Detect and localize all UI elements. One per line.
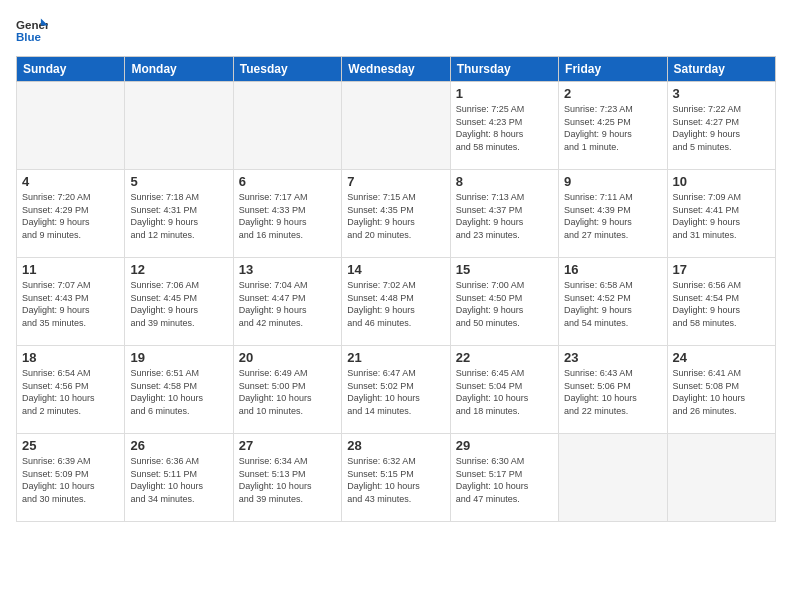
calendar-cell: 2Sunrise: 7:23 AM Sunset: 4:25 PM Daylig… bbox=[559, 82, 667, 170]
day-info: Sunrise: 7:22 AM Sunset: 4:27 PM Dayligh… bbox=[673, 103, 770, 153]
day-info: Sunrise: 6:43 AM Sunset: 5:06 PM Dayligh… bbox=[564, 367, 661, 417]
day-info: Sunrise: 6:56 AM Sunset: 4:54 PM Dayligh… bbox=[673, 279, 770, 329]
calendar-cell: 23Sunrise: 6:43 AM Sunset: 5:06 PM Dayli… bbox=[559, 346, 667, 434]
calendar-cell: 12Sunrise: 7:06 AM Sunset: 4:45 PM Dayli… bbox=[125, 258, 233, 346]
day-number: 1 bbox=[456, 86, 553, 101]
day-info: Sunrise: 6:34 AM Sunset: 5:13 PM Dayligh… bbox=[239, 455, 336, 505]
day-number: 22 bbox=[456, 350, 553, 365]
weekday-header-sunday: Sunday bbox=[17, 57, 125, 82]
day-info: Sunrise: 6:49 AM Sunset: 5:00 PM Dayligh… bbox=[239, 367, 336, 417]
day-info: Sunrise: 7:17 AM Sunset: 4:33 PM Dayligh… bbox=[239, 191, 336, 241]
day-info: Sunrise: 6:32 AM Sunset: 5:15 PM Dayligh… bbox=[347, 455, 444, 505]
day-number: 13 bbox=[239, 262, 336, 277]
calendar-cell: 20Sunrise: 6:49 AM Sunset: 5:00 PM Dayli… bbox=[233, 346, 341, 434]
calendar-table: SundayMondayTuesdayWednesdayThursdayFrid… bbox=[16, 56, 776, 522]
calendar-cell bbox=[559, 434, 667, 522]
calendar-cell bbox=[342, 82, 450, 170]
calendar-cell: 22Sunrise: 6:45 AM Sunset: 5:04 PM Dayli… bbox=[450, 346, 558, 434]
day-number: 25 bbox=[22, 438, 119, 453]
weekday-header-wednesday: Wednesday bbox=[342, 57, 450, 82]
day-number: 26 bbox=[130, 438, 227, 453]
calendar-cell: 25Sunrise: 6:39 AM Sunset: 5:09 PM Dayli… bbox=[17, 434, 125, 522]
day-number: 6 bbox=[239, 174, 336, 189]
day-info: Sunrise: 6:47 AM Sunset: 5:02 PM Dayligh… bbox=[347, 367, 444, 417]
calendar-cell: 11Sunrise: 7:07 AM Sunset: 4:43 PM Dayli… bbox=[17, 258, 125, 346]
day-number: 16 bbox=[564, 262, 661, 277]
calendar-cell: 8Sunrise: 7:13 AM Sunset: 4:37 PM Daylig… bbox=[450, 170, 558, 258]
calendar-cell bbox=[125, 82, 233, 170]
day-number: 24 bbox=[673, 350, 770, 365]
day-info: Sunrise: 6:41 AM Sunset: 5:08 PM Dayligh… bbox=[673, 367, 770, 417]
calendar-cell bbox=[233, 82, 341, 170]
day-info: Sunrise: 7:20 AM Sunset: 4:29 PM Dayligh… bbox=[22, 191, 119, 241]
day-number: 5 bbox=[130, 174, 227, 189]
day-number: 19 bbox=[130, 350, 227, 365]
calendar-cell bbox=[17, 82, 125, 170]
day-number: 29 bbox=[456, 438, 553, 453]
day-info: Sunrise: 6:54 AM Sunset: 4:56 PM Dayligh… bbox=[22, 367, 119, 417]
day-info: Sunrise: 6:39 AM Sunset: 5:09 PM Dayligh… bbox=[22, 455, 119, 505]
day-info: Sunrise: 6:30 AM Sunset: 5:17 PM Dayligh… bbox=[456, 455, 553, 505]
calendar-cell: 4Sunrise: 7:20 AM Sunset: 4:29 PM Daylig… bbox=[17, 170, 125, 258]
calendar-cell: 10Sunrise: 7:09 AM Sunset: 4:41 PM Dayli… bbox=[667, 170, 775, 258]
calendar-cell: 6Sunrise: 7:17 AM Sunset: 4:33 PM Daylig… bbox=[233, 170, 341, 258]
calendar-cell: 19Sunrise: 6:51 AM Sunset: 4:58 PM Dayli… bbox=[125, 346, 233, 434]
calendar-cell: 28Sunrise: 6:32 AM Sunset: 5:15 PM Dayli… bbox=[342, 434, 450, 522]
calendar-cell: 24Sunrise: 6:41 AM Sunset: 5:08 PM Dayli… bbox=[667, 346, 775, 434]
weekday-header-monday: Monday bbox=[125, 57, 233, 82]
day-number: 2 bbox=[564, 86, 661, 101]
calendar-cell: 27Sunrise: 6:34 AM Sunset: 5:13 PM Dayli… bbox=[233, 434, 341, 522]
day-number: 8 bbox=[456, 174, 553, 189]
calendar-cell: 18Sunrise: 6:54 AM Sunset: 4:56 PM Dayli… bbox=[17, 346, 125, 434]
calendar-cell: 13Sunrise: 7:04 AM Sunset: 4:47 PM Dayli… bbox=[233, 258, 341, 346]
day-number: 20 bbox=[239, 350, 336, 365]
day-info: Sunrise: 7:15 AM Sunset: 4:35 PM Dayligh… bbox=[347, 191, 444, 241]
calendar-cell: 9Sunrise: 7:11 AM Sunset: 4:39 PM Daylig… bbox=[559, 170, 667, 258]
day-number: 4 bbox=[22, 174, 119, 189]
calendar-cell: 7Sunrise: 7:15 AM Sunset: 4:35 PM Daylig… bbox=[342, 170, 450, 258]
day-number: 9 bbox=[564, 174, 661, 189]
day-info: Sunrise: 7:25 AM Sunset: 4:23 PM Dayligh… bbox=[456, 103, 553, 153]
day-info: Sunrise: 7:00 AM Sunset: 4:50 PM Dayligh… bbox=[456, 279, 553, 329]
day-info: Sunrise: 7:13 AM Sunset: 4:37 PM Dayligh… bbox=[456, 191, 553, 241]
day-info: Sunrise: 7:06 AM Sunset: 4:45 PM Dayligh… bbox=[130, 279, 227, 329]
day-info: Sunrise: 7:23 AM Sunset: 4:25 PM Dayligh… bbox=[564, 103, 661, 153]
logo: General Blue bbox=[16, 16, 48, 44]
day-number: 17 bbox=[673, 262, 770, 277]
calendar-cell: 14Sunrise: 7:02 AM Sunset: 4:48 PM Dayli… bbox=[342, 258, 450, 346]
day-number: 15 bbox=[456, 262, 553, 277]
calendar-cell: 3Sunrise: 7:22 AM Sunset: 4:27 PM Daylig… bbox=[667, 82, 775, 170]
calendar-cell: 15Sunrise: 7:00 AM Sunset: 4:50 PM Dayli… bbox=[450, 258, 558, 346]
page-header: General Blue bbox=[16, 16, 776, 44]
day-info: Sunrise: 7:09 AM Sunset: 4:41 PM Dayligh… bbox=[673, 191, 770, 241]
day-number: 10 bbox=[673, 174, 770, 189]
weekday-header-friday: Friday bbox=[559, 57, 667, 82]
day-number: 3 bbox=[673, 86, 770, 101]
day-info: Sunrise: 6:45 AM Sunset: 5:04 PM Dayligh… bbox=[456, 367, 553, 417]
calendar-cell: 1Sunrise: 7:25 AM Sunset: 4:23 PM Daylig… bbox=[450, 82, 558, 170]
calendar-cell: 29Sunrise: 6:30 AM Sunset: 5:17 PM Dayli… bbox=[450, 434, 558, 522]
day-info: Sunrise: 7:04 AM Sunset: 4:47 PM Dayligh… bbox=[239, 279, 336, 329]
logo-icon: General Blue bbox=[16, 16, 48, 44]
day-info: Sunrise: 6:58 AM Sunset: 4:52 PM Dayligh… bbox=[564, 279, 661, 329]
day-number: 11 bbox=[22, 262, 119, 277]
day-info: Sunrise: 7:07 AM Sunset: 4:43 PM Dayligh… bbox=[22, 279, 119, 329]
calendar-cell: 16Sunrise: 6:58 AM Sunset: 4:52 PM Dayli… bbox=[559, 258, 667, 346]
weekday-header-saturday: Saturday bbox=[667, 57, 775, 82]
calendar-cell bbox=[667, 434, 775, 522]
day-number: 12 bbox=[130, 262, 227, 277]
svg-text:Blue: Blue bbox=[16, 31, 42, 43]
day-number: 28 bbox=[347, 438, 444, 453]
calendar-cell: 5Sunrise: 7:18 AM Sunset: 4:31 PM Daylig… bbox=[125, 170, 233, 258]
calendar-cell: 21Sunrise: 6:47 AM Sunset: 5:02 PM Dayli… bbox=[342, 346, 450, 434]
day-number: 23 bbox=[564, 350, 661, 365]
day-number: 21 bbox=[347, 350, 444, 365]
day-info: Sunrise: 7:02 AM Sunset: 4:48 PM Dayligh… bbox=[347, 279, 444, 329]
day-info: Sunrise: 6:36 AM Sunset: 5:11 PM Dayligh… bbox=[130, 455, 227, 505]
calendar-cell: 17Sunrise: 6:56 AM Sunset: 4:54 PM Dayli… bbox=[667, 258, 775, 346]
day-info: Sunrise: 7:18 AM Sunset: 4:31 PM Dayligh… bbox=[130, 191, 227, 241]
day-number: 14 bbox=[347, 262, 444, 277]
day-info: Sunrise: 7:11 AM Sunset: 4:39 PM Dayligh… bbox=[564, 191, 661, 241]
day-number: 18 bbox=[22, 350, 119, 365]
calendar-cell: 26Sunrise: 6:36 AM Sunset: 5:11 PM Dayli… bbox=[125, 434, 233, 522]
